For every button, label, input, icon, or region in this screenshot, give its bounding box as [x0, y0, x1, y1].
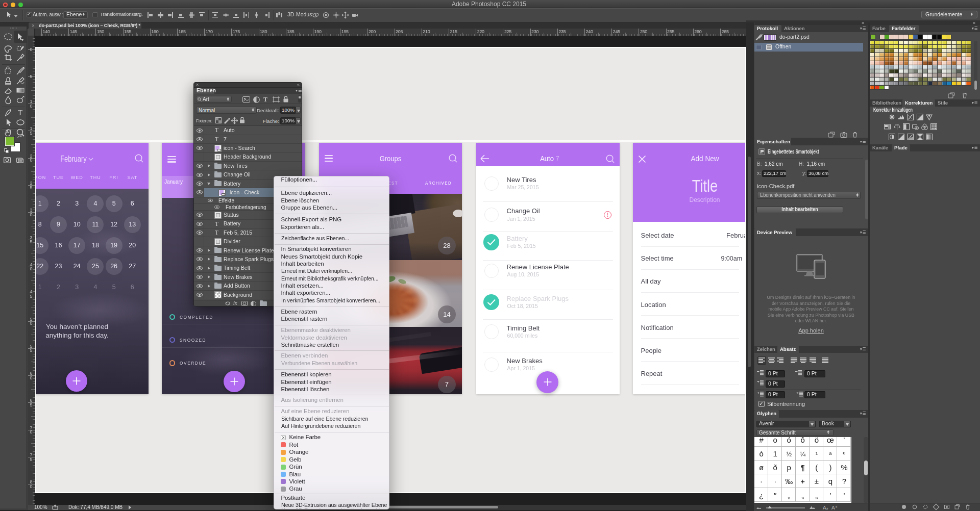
svg-text:T: T	[18, 109, 22, 117]
